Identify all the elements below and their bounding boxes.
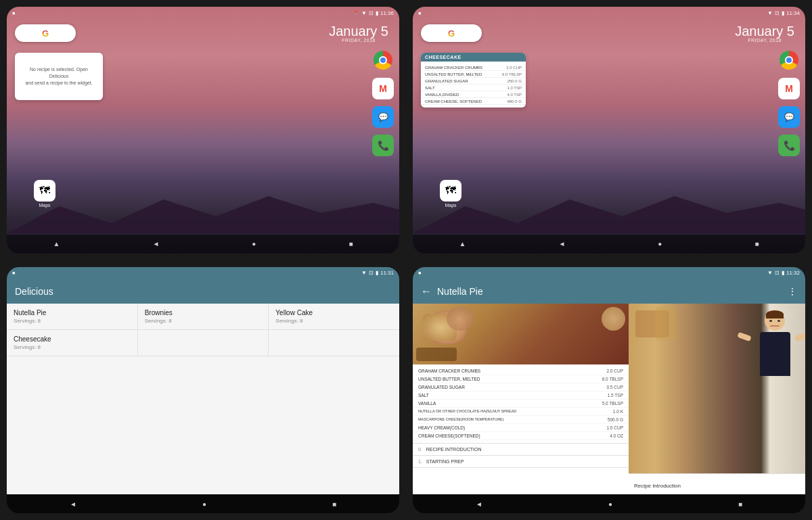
nav-back-br[interactable]: ◄ [476,500,482,508]
ingredient-row-1: GRAHAM CRACKER CRUMBS 2.0 CUP [421,64,526,71]
wifi-icon: ⊡ [369,10,374,16]
yellow-cake-servings: Servings: 8 [275,318,392,324]
nav-home-br[interactable]: ● [608,500,612,508]
cheesecake-name: Cheesecake [14,335,131,343]
maps-area-tr: 🗺 Maps [440,180,461,208]
battery-icon-bl: ▮ [376,270,378,276]
wifi-icon-tr: ⊡ [775,10,780,16]
step-1[interactable]: 1. STARTING PREP [413,456,629,468]
nav-recent-tr[interactable]: ■ [754,240,759,247]
nav-back-tl[interactable]: ◄ [152,240,159,247]
nutella-detail-screen: ← Nutella Pie ⋮ GRAHAM [413,279,805,495]
clock-tr: 11:34 [786,10,800,16]
ingredient-row-2: UNSALTED BUTTER, MELTED 6.0 TBLSP [421,71,526,78]
recipe-thumbnail [413,304,629,364]
phone-icon-tr[interactable]: 📞 [778,135,800,156]
recipe-intro-text: Recipe Introduction [634,483,681,489]
tablet-bottom-right: ■ ▼ ⊡ ▮ 11:32 ← Nutella Pie ⋮ [413,267,805,514]
cheesecake-widget: CHEESECAKE GRAHAM CRACKER CRUMBS 2.0 CUP… [421,53,526,108]
google-search-bar-tl[interactable]: G [15,24,76,42]
phone-icon-tl[interactable]: 📞 [372,135,394,156]
nutella-title: Nutella Pie [437,286,483,297]
ni-row-1: GRAHAM CRACKER CRUMBS 2.0 CUP [413,367,629,375]
video-person [748,310,802,475]
status-left-tl: ■ [12,11,15,16]
nav-back-bl[interactable]: ◄ [70,500,76,508]
nav-home-bl[interactable]: ● [202,500,206,508]
tablet-bottom-left: ■ ▼ ⊡ ▮ 11:31 Delicious Nutella Pie Ser [7,267,399,514]
status-dot-tl: ■ [12,11,15,16]
status-bar-bl: ■ ▼ ⊡ ▮ 11:31 [7,267,399,279]
step-0[interactable]: 0. RECIPE INTRODUCTION [413,444,629,456]
nav-back-tr[interactable]: ◄ [558,240,565,247]
nav-bar-tr: ▲ ◄ ● ■ [413,235,805,254]
ni-row-3: GRANULATED SUGAR 0.5 CUP [413,383,629,392]
recipe-cell-brownies[interactable]: Brownies Servings: 8 [138,304,269,329]
status-dot-tr: ■ [418,11,421,16]
back-button-br[interactable]: ← [421,285,432,298]
ingredient-row-6: CREAM CHEESE, SOFTENED 680.0 G [421,98,526,105]
home-content-tl: January 5 FRIDAY, 2018 G No recipe is se… [7,19,399,235]
nutella-pie-servings: Servings: 8 [14,318,131,324]
nav-recent-bl[interactable]: ■ [332,500,336,508]
delicious-app-screen: Delicious Nutella Pie Servings: 8 Browni… [7,279,399,495]
nav-recent-br[interactable]: ■ [738,500,742,508]
detail-left-panel: GRAHAM CRACKER CRUMBS 2.0 CUP UNSALTED B… [413,304,629,495]
recipe-cell-empty-2 [269,330,399,356]
recipe-row-1: Nutella Pie Servings: 8 Brownies Serving… [7,304,399,330]
menu-button-br[interactable]: ⋮ [788,286,797,297]
ingredient-row-5: VANILLA,DIVIDED 4.0 TSP [421,91,526,98]
gmail-icon-tr[interactable]: M [778,78,800,99]
recipe-cell-cheesecake[interactable]: Cheesecake Servings: 8 [7,330,138,356]
recipe-cell-nutella[interactable]: Nutella Pie Servings: 8 [7,304,138,329]
yellow-cake-name: Yellow Cake [275,309,392,316]
clock-tl: 11:36 [380,10,394,16]
brownies-name: Brownies [145,309,262,316]
tablet-top-left: ■ 📍 ▼ ⊡ ▮ 11:36 January 5 FRIDAY, 2018 G [7,7,399,254]
nutella-detail-content: GRAHAM CRACKER CRUMBS 2.0 CUP UNSALTED B… [413,304,805,495]
nav-home-tl[interactable]: ● [252,240,256,247]
wifi-icon-bl: ⊡ [369,270,374,276]
maps-icon-tr[interactable]: 🗺 [440,180,461,202]
nav-bar-tl: ▲ ◄ ● ■ [7,235,399,254]
nav-bar-br: ◄ ● ■ [413,494,805,513]
messages-icon-tr[interactable]: 💬 [778,106,800,128]
signal-icon: ▼ [361,10,367,16]
nutella-ingredients: GRAHAM CRACKER CRUMBS 2.0 CUP UNSALTED B… [413,364,629,443]
maps-icon-tl[interactable]: 🗺 [34,180,55,202]
messages-icon-tl[interactable]: 💬 [372,106,394,128]
home-content-tr: January 5 FRIDAY, 2018 G CHEESECAKE GRAH… [413,19,805,235]
chrome-icon-tl[interactable] [372,49,394,71]
battery-icon-tr: ▮ [782,10,784,16]
gmail-icon-tl[interactable]: M [372,78,394,99]
nav-up-tl[interactable]: ▲ [53,240,60,247]
google-g-tl: G [42,28,49,39]
apps-column-tr: M 💬 📞 [778,49,800,156]
ni-row-2: UNSALTED BUTTER, MELTED 6.0 TBLSP [413,375,629,383]
ni-row-4: SALT 1.5 TSP [413,392,629,400]
recipe-cell-yellow-cake[interactable]: Yellow Cake Servings: 8 [269,304,399,329]
chrome-icon-tr[interactable] [778,49,800,71]
recipe-list: Nutella Pie Servings: 8 Brownies Serving… [7,304,399,495]
maps-label-tr: Maps [445,203,456,208]
nav-recent-tl[interactable]: ■ [348,240,353,247]
tablet-top-right: ■ ▼ ⊡ ▮ 11:34 January 5 FRIDAY, 2018 G C… [413,7,805,254]
recipe-cell-empty-1 [138,330,269,356]
cheesecake-header: CHEESECAKE [421,53,526,62]
recipe-widget-text: No recipe is selected. Open Delicious an… [20,66,97,86]
ni-row-6: NUTELLA OR OTHER CHOCOLATE-HAZELNUT SPRE… [413,408,629,416]
maps-label-tl: Maps [39,203,50,208]
date-widget-tr: January 5 FRIDAY, 2018 [735,24,794,43]
status-dot-br: ■ [418,270,421,275]
ni-row-8: HEAVY CREAM(COLD) 1.0 CUP [413,424,629,432]
nav-home-tr[interactable]: ● [658,240,662,247]
date-main-tl: January 5 [329,24,388,38]
nav-up-tr[interactable]: ▲ [459,240,466,247]
status-bar-br: ■ ▼ ⊡ ▮ 11:32 [413,267,805,279]
ni-row-9: CREAM CHEESE(SOFTENED) 4.0 OZ [413,432,629,440]
clock-br: 11:32 [786,270,800,276]
date-main-tr: January 5 [735,24,794,38]
delicious-title: Delicious [15,286,53,297]
delicious-toolbar: Delicious [7,279,399,304]
google-search-bar-tr[interactable]: G [421,24,482,42]
